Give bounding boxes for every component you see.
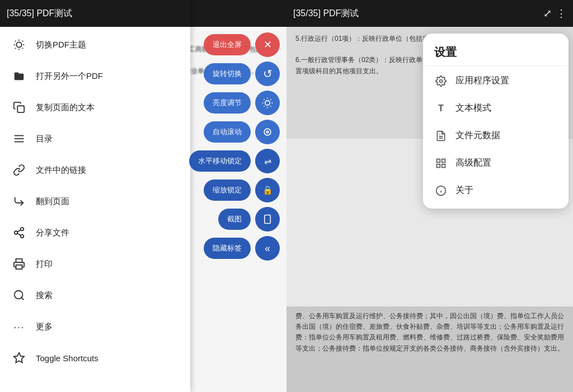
print-icon <box>11 256 27 272</box>
lock-zoom-btn[interactable]: 缩放锁定 🔒 <box>204 178 280 202</box>
svg-line-18 <box>270 106 271 106</box>
svg-point-24 <box>266 131 268 133</box>
auto-scroll-icon <box>255 120 280 144</box>
svg-line-9 <box>17 230 21 232</box>
links-label: 文件中的链接 <box>36 165 86 176</box>
right-header-left: [35/35] PDF测试 <box>293 8 359 20</box>
right-lower-content: 费、公务用车购置及运行维护、公务接待费；其中，因公出国（境）费、指单位工作人员公… <box>286 306 573 392</box>
menu-item-share[interactable]: 分享文件 <box>0 217 190 248</box>
hide-tags-btn[interactable]: 隐藏标签 « <box>204 236 280 261</box>
screenshot-icon <box>255 207 280 232</box>
exit-fullscreen-btn[interactable]: 退出全屏 ✕ <box>204 32 280 57</box>
more-options-icon[interactable]: ⋮ <box>556 7 566 20</box>
svg-point-5 <box>21 228 24 231</box>
brightness-label: 亮度调节 <box>204 92 251 114</box>
open-pdf-icon <box>11 68 27 84</box>
menu-item-search[interactable]: 搜索 <box>0 280 190 311</box>
settings-item-advanced[interactable]: 高级配置 <box>423 149 569 177</box>
svg-point-6 <box>15 231 18 234</box>
file-meta-icon <box>434 130 448 141</box>
svg-rect-31 <box>442 159 445 162</box>
svg-rect-1 <box>17 106 24 112</box>
right-header: [35/35] PDF测试 ⤢ ⋮ <box>286 0 573 27</box>
about-label: 关于 <box>455 185 473 196</box>
settings-item-about[interactable]: 关于 <box>423 177 569 204</box>
left-menu-header-title: [35/35] PDF测试 <box>7 8 72 20</box>
menu-item-links[interactable]: 文件中的链接 <box>0 154 190 186</box>
lock-horizontal-label: 水平移动锁定 <box>189 150 251 172</box>
action-buttons-overlay: 退出全屏 ✕ 旋转切换 ↺ 亮度调节 自动滚动 <box>186 27 286 266</box>
more-icon: ··· <box>11 319 27 334</box>
toggle-shortcuts-icon <box>11 350 27 366</box>
menu-item-copy-text[interactable]: 复制页面的文本 <box>0 92 190 123</box>
settings-divider-0 <box>423 65 569 66</box>
menu-item-goto-page[interactable]: 翻到页面 <box>0 186 190 217</box>
brightness-icon <box>255 91 280 115</box>
svg-point-23 <box>264 129 271 135</box>
app-settings-label: 应用程序设置 <box>455 75 509 87</box>
rotate-btn[interactable]: 旋转切换 ↺ <box>204 62 280 86</box>
right-panel: [35/35] PDF测试 ⤢ ⋮ 5.行政运行（01项）：反映行政单位（包括实… <box>286 0 573 392</box>
auto-scroll-btn[interactable]: 自动滚动 <box>204 120 280 144</box>
settings-popup: 设置 应用程序设置 T 文本模式 文件元数据 <box>423 34 569 209</box>
svg-line-22 <box>270 100 271 100</box>
settings-item-file-meta[interactable]: 文件元数据 <box>423 122 569 149</box>
more-label: 更多 <box>36 322 53 332</box>
right-header-icons: ⤢ ⋮ <box>543 7 566 20</box>
rotate-label: 旋转切换 <box>204 63 251 84</box>
menu-item-toggle-shortcuts[interactable]: Toggle Shortcuts <box>0 342 190 374</box>
menu-item-toc[interactable]: 目录 <box>0 123 190 154</box>
advanced-label: 高级配置 <box>455 157 491 169</box>
rotate-icon: ↺ <box>255 62 280 86</box>
svg-line-8 <box>17 233 21 235</box>
hide-tags-icon: « <box>255 236 280 261</box>
settings-item-text-mode[interactable]: T 文本模式 <box>423 95 569 122</box>
lock-zoom-label: 缩放锁定 <box>204 180 251 201</box>
menu-items-list: 切换PDF主题 打开另外一个PDF 复制页面的文本 <box>0 27 190 376</box>
exit-fullscreen-icon: ✕ <box>255 32 280 57</box>
advanced-icon <box>434 158 448 169</box>
svg-line-21 <box>264 106 265 106</box>
svg-rect-25 <box>265 215 271 224</box>
svg-marker-13 <box>14 353 24 362</box>
menu-item-switch-theme[interactable]: 切换PDF主题 <box>0 29 190 60</box>
menu-item-more[interactable]: ··· 更多 <box>0 311 190 342</box>
file-meta-label: 文件元数据 <box>455 130 500 141</box>
expand-icon[interactable]: ⤢ <box>543 7 552 20</box>
search-icon <box>11 287 27 303</box>
left-panel: [35/35] PDF测试 事业发展目标所发生的支出。 （201类）民主党派及工… <box>0 0 286 392</box>
right-header-title: [35/35] PDF测试 <box>293 8 359 20</box>
svg-rect-30 <box>437 159 440 162</box>
toggle-shortcuts-label: Toggle Shortcuts <box>36 353 98 363</box>
screenshot-btn[interactable]: 截图 <box>218 207 280 232</box>
brightness-btn[interactable]: 亮度调节 <box>204 91 280 115</box>
share-label: 分享文件 <box>36 228 69 238</box>
copy-text-icon <box>11 100 27 115</box>
hide-tags-label: 隐藏标签 <box>204 238 251 259</box>
text-mode-label: 文本模式 <box>455 102 491 114</box>
right-pdf-text-bottom: 费、公务用车购置及运行维护、公务接待费；其中，因公出国（境）费、指单位工作人员公… <box>295 311 564 354</box>
lock-horizontal-btn[interactable]: 水平移动锁定 ⇌ <box>189 149 280 173</box>
left-menu-header: [35/35] PDF测试 <box>0 0 190 27</box>
menu-item-print[interactable]: 打印 <box>0 248 190 280</box>
auto-scroll-label: 自动滚动 <box>204 121 251 143</box>
svg-point-11 <box>15 291 23 299</box>
lock-horizontal-icon: ⇌ <box>255 149 280 173</box>
svg-point-27 <box>440 79 443 82</box>
lock-zoom-icon: 🔒 <box>255 178 280 202</box>
links-icon <box>11 162 27 178</box>
exit-fullscreen-label: 退出全屏 <box>204 34 251 55</box>
svg-rect-33 <box>437 164 440 167</box>
copy-text-label: 复制页面的文本 <box>36 102 95 113</box>
svg-line-12 <box>21 297 24 300</box>
menu-item-open-pdf[interactable]: 打开另外一个PDF <box>0 60 190 92</box>
open-pdf-label: 打开另外一个PDF <box>36 71 103 82</box>
toc-label: 目录 <box>36 134 53 144</box>
screenshot-label: 截图 <box>218 209 251 230</box>
left-menu-overlay: [35/35] PDF测试 切换PDF主题 打开另外一个PDF <box>0 0 190 392</box>
toc-icon <box>11 131 27 147</box>
goto-page-icon <box>11 193 27 209</box>
svg-point-7 <box>21 235 24 238</box>
goto-page-label: 翻到页面 <box>36 196 69 207</box>
settings-item-app-settings[interactable]: 应用程序设置 <box>423 67 569 95</box>
